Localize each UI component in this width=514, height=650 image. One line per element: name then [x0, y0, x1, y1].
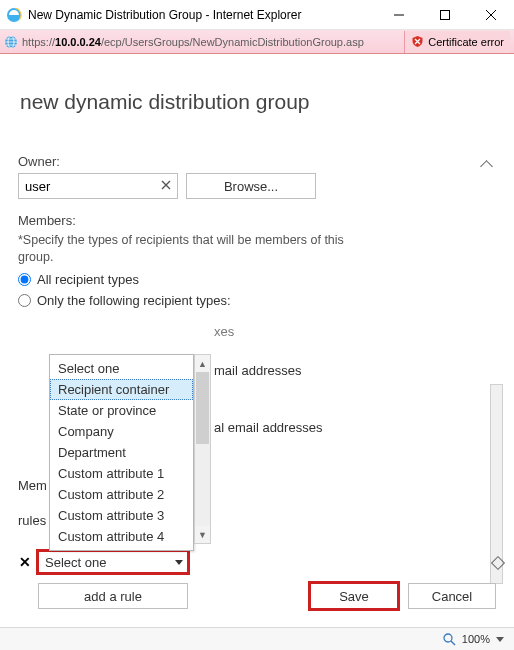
scroll-up-button[interactable]: ▲	[195, 355, 210, 372]
members-label: Members:	[18, 213, 482, 228]
dropdown-option[interactable]: Company	[50, 421, 193, 442]
dropdown-option[interactable]: State or province	[50, 400, 193, 421]
page-title: new dynamic distribution group	[20, 90, 496, 114]
dropdown-option[interactable]: Custom attribute 2	[50, 484, 193, 505]
owner-input[interactable]	[18, 173, 178, 199]
radio-only-label: Only the following recipient types:	[37, 293, 231, 308]
window-title: New Dynamic Distribution Group - Interne…	[28, 8, 376, 22]
chevron-down-icon	[493, 554, 503, 564]
remove-rule-button[interactable]: ✕	[18, 554, 32, 570]
zoom-level[interactable]: 100%	[462, 633, 490, 645]
dropdown-option[interactable]: Custom attribute 1	[50, 463, 193, 484]
dropdown-scrollbar[interactable]: ▲ ▼	[194, 354, 211, 544]
section-collapse-toggle[interactable]	[482, 156, 496, 171]
window-close-button[interactable]	[468, 0, 514, 30]
radio-only-recipients[interactable]: Only the following recipient types:	[18, 293, 482, 308]
owner-label: Owner:	[18, 154, 482, 169]
dropdown-option-recipient-container[interactable]: Recipient container	[50, 379, 193, 400]
magnifier-icon	[443, 633, 456, 646]
url-scheme: https://	[22, 36, 55, 48]
window-minimize-button[interactable]	[376, 0, 422, 30]
zoom-caret-icon[interactable]	[496, 637, 504, 642]
dropdown-option[interactable]: Department	[50, 442, 193, 463]
section-collapse-toggle-bottom[interactable]	[493, 552, 503, 567]
dropdown-option[interactable]: Custom attribute 4	[50, 526, 193, 547]
url-path: /ecp/UsersGroups/NewDynamicDistributionG…	[101, 36, 364, 48]
status-bar: 100%	[0, 627, 514, 650]
obscured-option-3: al email addresses	[214, 420, 482, 435]
rule-attribute-dropdown[interactable]: Select one Recipient container State or …	[49, 354, 194, 551]
svg-rect-2	[441, 10, 450, 19]
address-url[interactable]: https://10.0.0.24/ecp/UsersGroups/NewDyn…	[22, 36, 400, 48]
page-content: new dynamic distribution group Owner: Br…	[0, 54, 514, 627]
cancel-button[interactable]: Cancel	[408, 583, 496, 609]
obscured-option-2: mail addresses	[214, 363, 482, 378]
close-icon	[161, 180, 171, 190]
chevron-down-icon	[175, 560, 183, 565]
shield-error-icon	[411, 35, 424, 48]
scroll-thumb[interactable]	[196, 372, 209, 444]
svg-point-5	[444, 634, 452, 642]
chevron-up-icon	[482, 158, 492, 168]
save-button[interactable]: Save	[310, 583, 398, 609]
globe-icon	[4, 35, 18, 49]
radio-all-label: All recipient types	[37, 272, 139, 287]
browse-button[interactable]: Browse...	[186, 173, 316, 199]
address-bar: https://10.0.0.24/ecp/UsersGroups/NewDyn…	[0, 30, 514, 54]
window-titlebar: New Dynamic Distribution Group - Interne…	[0, 0, 514, 30]
obscured-option-1: xes	[214, 324, 482, 339]
ie-icon	[6, 7, 22, 23]
add-rule-button[interactable]: add a rule	[38, 583, 188, 609]
scroll-down-button[interactable]: ▼	[195, 526, 210, 543]
radio-all-recipients[interactable]: All recipient types	[18, 272, 482, 287]
rule-attribute-combo[interactable]: Select one	[38, 551, 188, 573]
radio-all-input[interactable]	[18, 273, 31, 286]
url-host: 10.0.0.24	[55, 36, 101, 48]
dropdown-option[interactable]: Custom attribute 3	[50, 505, 193, 526]
certificate-error-badge[interactable]: Certificate error	[404, 31, 510, 53]
window-maximize-button[interactable]	[422, 0, 468, 30]
certificate-error-text: Certificate error	[428, 36, 504, 48]
members-description: *Specify the types of recipients that wi…	[18, 232, 348, 266]
combo-value: Select one	[45, 555, 106, 570]
clear-owner-button[interactable]	[158, 177, 174, 193]
dropdown-option[interactable]: Select one	[50, 358, 193, 379]
radio-only-input[interactable]	[18, 294, 31, 307]
